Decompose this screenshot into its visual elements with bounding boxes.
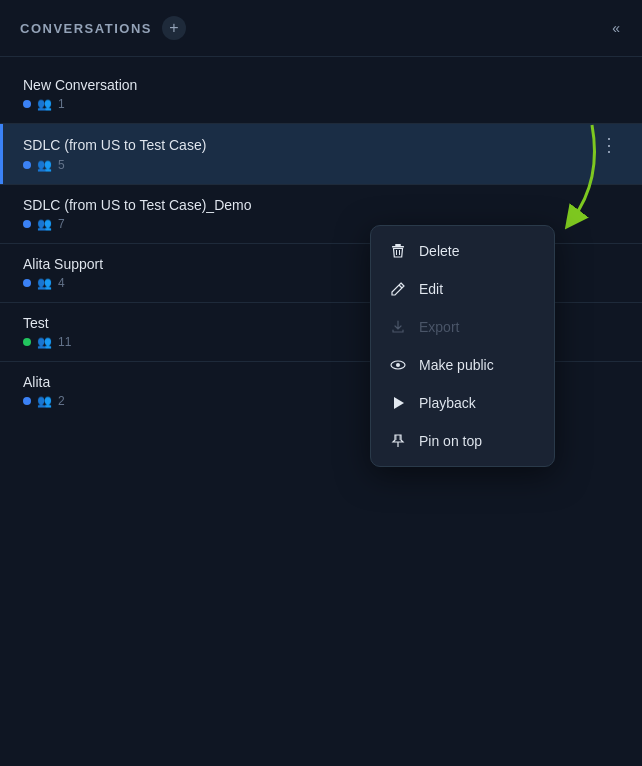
add-conversation-button[interactable]: + [162,16,186,40]
pin-icon [389,432,407,450]
svg-marker-8 [394,397,404,409]
svg-point-7 [396,363,400,367]
svg-rect-1 [395,244,401,246]
users-icon-3: 👥 [37,217,52,231]
status-dot-1 [23,100,31,108]
status-dot-6 [23,397,31,405]
status-dot-3 [23,220,31,228]
conv-count-1: 1 [58,97,65,111]
conv-name-6: Alita [23,374,50,390]
users-icon-1: 👥 [37,97,52,111]
conv-count-6: 2 [58,394,65,408]
status-dot-4 [23,279,31,287]
svg-rect-2 [392,246,404,248]
eye-icon [389,356,407,374]
menu-label-export: Export [419,319,459,335]
conv-count-5: 11 [58,335,71,349]
conv-count-2: 5 [58,158,65,172]
conv-item-header-2: SDLC (from US to Test Case) ⋮ [23,136,622,154]
menu-item-delete[interactable]: Delete [371,232,554,270]
conv-name-3: SDLC (from US to Test Case)_Demo [23,197,251,213]
menu-item-export: Export [371,308,554,346]
users-icon-5: 👥 [37,335,52,349]
conv-name-1: New Conversation [23,77,137,93]
menu-item-playback[interactable]: Playback [371,384,554,422]
collapse-icon: « [612,20,620,36]
conv-meta-2: 👥 5 [23,158,622,172]
trash-icon [389,242,407,260]
conv-name-4: Alita Support [23,256,103,272]
conv-count-4: 4 [58,276,65,290]
export-icon [389,318,407,336]
header-left: CONVERSATIONS + [20,16,186,40]
status-dot-2 [23,161,31,169]
menu-label-edit: Edit [419,281,443,297]
users-icon-6: 👥 [37,394,52,408]
menu-label-playback: Playback [419,395,476,411]
conv-name-2: SDLC (from US to Test Case) [23,137,206,153]
conversations-title: CONVERSATIONS [20,21,152,36]
menu-label-delete: Delete [419,243,459,259]
status-dot-5 [23,338,31,346]
conversation-item-2[interactable]: SDLC (from US to Test Case) ⋮ 👥 5 [0,124,642,184]
menu-item-make-public[interactable]: Make public [371,346,554,384]
menu-item-pin-on-top[interactable]: Pin on top [371,422,554,460]
sidebar-header: CONVERSATIONS + « [0,0,642,57]
conv-item-header-1: New Conversation [23,77,622,93]
conversation-item-1[interactable]: New Conversation 👥 1 [0,65,642,123]
more-options-button-2[interactable]: ⋮ [596,136,622,154]
menu-item-edit[interactable]: Edit [371,270,554,308]
menu-label-make-public: Make public [419,357,494,373]
edit-icon [389,280,407,298]
users-icon-2: 👥 [37,158,52,172]
menu-label-pin-on-top: Pin on top [419,433,482,449]
collapse-sidebar-button[interactable]: « [610,18,622,38]
svg-line-5 [399,285,402,288]
conv-name-5: Test [23,315,49,331]
conv-item-header-3: SDLC (from US to Test Case)_Demo [23,197,622,213]
conv-meta-1: 👥 1 [23,97,622,111]
context-menu: Delete Edit Export Make public [370,225,555,467]
conv-count-3: 7 [58,217,65,231]
play-icon [389,394,407,412]
users-icon-4: 👥 [37,276,52,290]
